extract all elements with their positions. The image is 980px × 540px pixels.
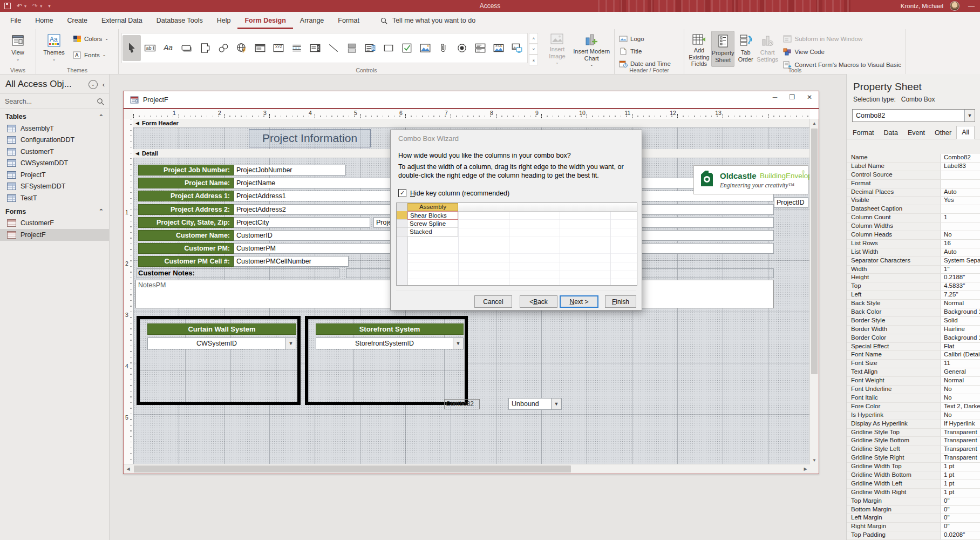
property-row-list-rows[interactable]: List Rows16: [847, 240, 980, 248]
insert-modern-chart-button[interactable]: Insert Modern Chart ⌄: [572, 31, 611, 66]
field-label-customerpm[interactable]: Customer PM:: [138, 243, 234, 254]
sidebar-item-customert[interactable]: CustomerT: [0, 146, 109, 158]
property-row-gridline-style-bottom[interactable]: Gridline Style BottomTransparent: [847, 437, 980, 446]
subform-box-storefront-system[interactable]: Storefront SystemStorefrontSystemID▼: [305, 316, 468, 405]
form-title-control[interactable]: Project Information: [249, 129, 371, 147]
subform-header-storefront-system[interactable]: Storefront System: [316, 323, 464, 335]
wizard-grid-row[interactable]: Screw Spline: [397, 220, 459, 228]
menu-tab-format[interactable]: Format: [331, 12, 366, 29]
control-option-group-icon[interactable]: XYZ: [269, 35, 288, 61]
control-hyperlink-icon[interactable]: [214, 35, 233, 61]
property-row-name[interactable]: NameCombo82: [847, 154, 980, 163]
ruler-corner[interactable]: [124, 109, 134, 119]
property-row-column-widths[interactable]: Column Widths: [847, 222, 980, 231]
property-row-text-align[interactable]: Text AlignGeneral: [847, 368, 980, 377]
nav-search-box[interactable]: Search...: [0, 93, 109, 109]
property-row-column-count[interactable]: Column Count1: [847, 214, 980, 222]
field-label-customerid[interactable]: Customer Name:: [138, 230, 234, 241]
field-label-projectjobnumber[interactable]: Project Job Number:: [138, 165, 234, 176]
themes-button[interactable]: Aa Themes ⌄: [39, 31, 69, 66]
control-web-browser-control-icon[interactable]: [233, 35, 251, 61]
tab-order-button[interactable]: Tab Order: [734, 31, 757, 66]
wizard-grid-row[interactable]: Shear Blocks: [397, 211, 459, 220]
scroll-down-icon[interactable]: ▼: [810, 456, 819, 464]
property-row-gridline-width-bottom[interactable]: Gridline Width Bottom1 pt: [847, 471, 980, 480]
control-button-icon[interactable]: [178, 35, 196, 61]
customer-notes-label[interactable]: Customer Notes:: [137, 268, 339, 278]
scroll-right-icon[interactable]: ▶: [801, 464, 810, 474]
hide-key-column-checkbox[interactable]: ✓: [398, 189, 406, 197]
subform-combo-cwsystemid[interactable]: CWSystemID▼: [147, 338, 296, 349]
form-header-section-bar[interactable]: ◀ Form Header: [133, 119, 810, 128]
vertical-scrollbar[interactable]: ▲ ▼: [809, 119, 819, 464]
vertical-ruler[interactable]: 123456: [124, 119, 134, 464]
field-textbox-customerpmcellnumber[interactable]: CustomerPMCellNumber: [234, 256, 349, 267]
control-text-box-icon[interactable]: ab: [141, 35, 159, 61]
field-label-projectcity[interactable]: Project City, State, Zip:: [138, 217, 234, 228]
property-row-left[interactable]: Left7.25": [847, 291, 980, 300]
property-tab-other[interactable]: Other: [930, 127, 956, 139]
control-tab-control-icon[interactable]: [196, 35, 214, 61]
field-label-projectname[interactable]: Project Name:: [138, 178, 234, 188]
property-row-display-as-hyperlink[interactable]: Display As HyperlinkIf Hyperlink: [847, 420, 980, 429]
menu-tab-database-tools[interactable]: Database Tools: [149, 12, 210, 29]
object-selector-dropdown-icon[interactable]: ▼: [964, 110, 975, 122]
control-chart-icon[interactable]: XYZ: [489, 35, 508, 61]
menu-tab-form-design[interactable]: Form Design: [237, 12, 292, 29]
property-row-gridline-style-right[interactable]: Gridline Style RightTransparent: [847, 454, 980, 463]
combo-dropdown-icon[interactable]: ▼: [285, 338, 296, 349]
property-row-separator-characters[interactable]: Separator CharactersSystem Separator: [847, 257, 980, 266]
property-row-datasheet-caption[interactable]: Datasheet Caption: [847, 205, 980, 214]
field-textbox-projectjobnumber[interactable]: ProjectJobNumber: [234, 165, 346, 176]
sidebar-item-cwsystemddt[interactable]: CWSystemDDT: [0, 158, 109, 170]
horizontal-ruler[interactable]: 12345678910111213: [133, 109, 810, 119]
view-button[interactable]: View ⌄: [3, 31, 33, 66]
save-icon[interactable]: [4, 3, 11, 9]
property-row-column-heads[interactable]: Column HeadsNo: [847, 231, 980, 240]
control-toggle-button-icon[interactable]: [343, 35, 361, 61]
object-selector-combo[interactable]: Combo82 ▼: [852, 109, 975, 122]
control-option-button-icon[interactable]: [453, 35, 471, 61]
control-label-icon[interactable]: Aa: [159, 35, 178, 61]
menu-tab-file[interactable]: File: [3, 12, 28, 29]
customize-qat-icon[interactable]: ▾: [48, 3, 51, 9]
colors-button[interactable]: Colors⌄: [71, 33, 110, 44]
property-row-fore-color[interactable]: Fore ColorText 2, Darker: [847, 403, 980, 411]
collapse-group-icon[interactable]: ⌃: [99, 113, 104, 120]
property-row-border-width[interactable]: Border WidthHairline: [847, 326, 980, 334]
combo-dropdown-icon[interactable]: ▼: [551, 399, 561, 409]
property-row-width[interactable]: Width1": [847, 266, 980, 274]
nav-menu-dropdown-icon[interactable]: ⌄: [89, 80, 98, 89]
minimize-button[interactable]: —: [966, 2, 977, 10]
property-row-back-style[interactable]: Back StyleNormal: [847, 300, 980, 308]
control-activex-control-icon[interactable]: [508, 35, 526, 61]
field-label-projectaddress1[interactable]: Project Address 1:: [138, 191, 234, 201]
gallery-down-icon[interactable]: ˅: [529, 44, 538, 55]
property-row-label-name[interactable]: Label NameLabel83: [847, 163, 980, 171]
control-list-box-icon[interactable]: [361, 35, 379, 61]
property-row-top[interactable]: Top4.5833": [847, 282, 980, 291]
undo-button[interactable]: ↶: [17, 0, 22, 12]
logo-button[interactable]: Logo: [617, 33, 672, 44]
property-row-control-source[interactable]: Control Source: [847, 171, 980, 180]
property-row-font-underline[interactable]: Font UnderlineNo: [847, 386, 980, 394]
gallery-up-icon[interactable]: ˄: [529, 33, 538, 44]
control-navigation-control-icon[interactable]: [251, 35, 269, 61]
cancel-button[interactable]: Cancel: [474, 295, 512, 308]
tell-me-box[interactable]: Tell me what you want to do: [380, 12, 475, 29]
control-line-icon[interactable]: [324, 35, 343, 61]
property-row-font-size[interactable]: Font Size11: [847, 360, 980, 368]
field-textbox-projectcity[interactable]: ProjectCity: [234, 217, 370, 228]
doc-restore-icon[interactable]: ❐: [789, 93, 795, 101]
menu-tab-create[interactable]: Create: [60, 12, 95, 29]
wizard-column-grid[interactable]: Assembly Shear BlocksScrew SplineStacked: [396, 202, 637, 286]
property-row-font-italic[interactable]: Font ItalicNo: [847, 394, 980, 403]
property-row-gridline-style-left[interactable]: Gridline Style LeftTransparent: [847, 446, 980, 454]
sidebar-item-projectf[interactable]: ProjectF: [0, 229, 109, 241]
nav-collapse-icon[interactable]: ‹: [103, 80, 105, 89]
view-code-button[interactable]: View Code: [781, 46, 903, 57]
property-row-decimal-places[interactable]: Decimal PlacesAuto: [847, 188, 980, 197]
property-row-font-weight[interactable]: Font WeightNormal: [847, 377, 980, 386]
property-row-visible[interactable]: VisibleYes: [847, 197, 980, 205]
property-tab-data[interactable]: Data: [879, 127, 903, 139]
